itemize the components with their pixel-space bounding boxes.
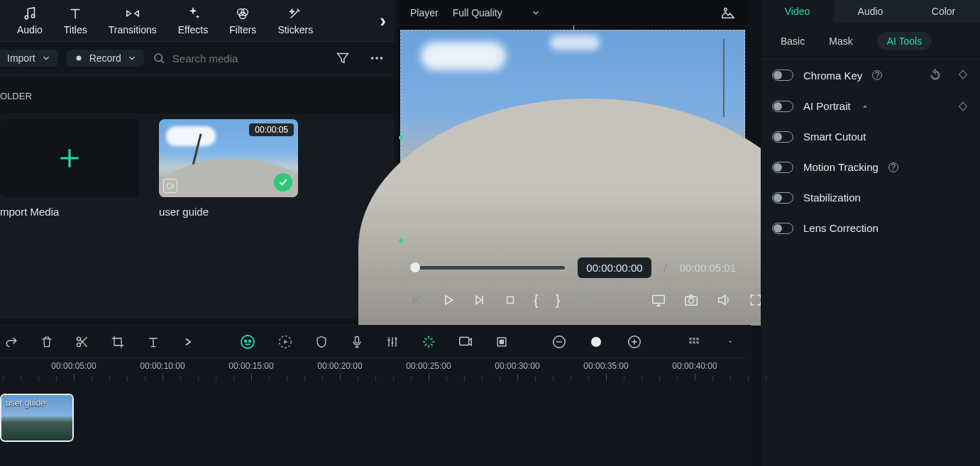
tool-label: Chroma Key — [803, 70, 862, 82]
subtab-ai-tools[interactable]: AI Tools — [877, 32, 932, 50]
help-icon[interactable]: ? — [872, 70, 882, 80]
import-button[interactable]: Import — [0, 50, 58, 67]
play-forward-button[interactable] — [473, 292, 487, 309]
tabs-scroll-right-icon[interactable]: › — [380, 0, 386, 41]
camera-snapshot-button[interactable] — [683, 292, 699, 309]
marker-shield-button[interactable] — [314, 333, 329, 350]
caret-up-icon[interactable] — [861, 102, 869, 111]
record-screen-button[interactable] — [458, 333, 473, 350]
filter-icon[interactable] — [335, 50, 351, 66]
render-button[interactable] — [495, 333, 509, 350]
sparkle-icon — [185, 6, 201, 21]
tab-transitions-label: Transitions — [109, 24, 157, 35]
tab-transitions[interactable]: Transitions — [109, 6, 157, 35]
tool-lens-correction: Lens Correction — [761, 213, 980, 243]
timeline-clip-label: user guide — [6, 398, 45, 408]
quality-dropdown[interactable]: Full Quality — [453, 7, 541, 18]
svg-point-19 — [241, 335, 254, 348]
track-options-button[interactable] — [687, 333, 701, 350]
reset-icon[interactable] — [929, 69, 942, 82]
svg-rect-29 — [689, 338, 691, 340]
clip-tile-user-guide[interactable]: 00:00:05 user guide — [159, 119, 298, 319]
zoom-slider[interactable] — [593, 340, 601, 343]
svg-rect-10 — [167, 184, 172, 188]
more-tools-button[interactable] — [182, 333, 194, 350]
tab-filters[interactable]: Filters — [229, 6, 256, 35]
toggle-stabilization[interactable] — [772, 192, 793, 204]
import-media-tile[interactable]: mport Media — [0, 119, 139, 319]
subtab-mask[interactable]: Mask — [829, 35, 852, 47]
snapshot-icon[interactable] — [720, 5, 736, 21]
crop-button[interactable] — [111, 333, 125, 350]
resize-handle[interactable] — [399, 135, 403, 140]
tab-color[interactable]: Color — [907, 0, 980, 23]
timeline-ruler[interactable]: 00:00:05:0000:00:10:0000:00:15:0000:00:2… — [0, 358, 751, 384]
tab-titles[interactable]: Titles — [64, 6, 87, 35]
speed-button[interactable] — [277, 333, 293, 350]
wand-icon — [287, 6, 303, 21]
timeline-clip-user-guide[interactable]: user guide — [0, 394, 74, 442]
timecode-current[interactable]: 00:00:00:00 — [578, 257, 651, 278]
ruler-label: 00:00:35:00 — [583, 361, 628, 371]
zoom-in-button[interactable] — [627, 333, 642, 350]
display-settings-button[interactable] — [651, 292, 666, 309]
record-button[interactable]: Record — [67, 50, 144, 67]
ruler-label: 00:00:30:00 — [495, 361, 539, 371]
resize-handle[interactable] — [399, 238, 403, 243]
delete-button[interactable] — [40, 333, 54, 350]
svg-point-7 — [371, 57, 374, 60]
svg-rect-26 — [500, 340, 503, 343]
preview-viewport[interactable] — [400, 30, 745, 241]
auto-reframe-button[interactable] — [421, 333, 436, 350]
zoom-out-button[interactable] — [551, 333, 567, 350]
transport-controls: { } — [410, 287, 736, 314]
text-button[interactable] — [146, 333, 160, 350]
toggle-motion-tracking[interactable] — [772, 162, 793, 173]
subtab-basic[interactable]: Basic — [781, 35, 805, 47]
play-button[interactable] — [441, 292, 456, 309]
ai-assist-button[interactable] — [239, 333, 256, 350]
more-horizontal-icon[interactable] — [369, 50, 385, 66]
audio-mixer-button[interactable] — [385, 333, 400, 350]
tab-effects[interactable]: Effects — [178, 6, 209, 35]
tab-stickers[interactable]: Stickers — [277, 6, 313, 35]
ruler-label: 00:00:15:00 — [229, 361, 273, 371]
voiceover-button[interactable] — [350, 333, 364, 350]
svg-rect-23 — [355, 336, 358, 343]
media-category-tabs: Audio Titles Transitions Effects Filters… — [0, 0, 395, 41]
media-bin: mport Media 00:00:05 user guide — [0, 113, 395, 319]
scrub-thumb[interactable] — [410, 262, 420, 272]
toggle-smart-cutout[interactable] — [772, 131, 793, 143]
keyframe-icon[interactable] — [957, 101, 969, 112]
ruler-label: 00:00:25:00 — [406, 361, 451, 371]
toggle-chroma-key[interactable] — [772, 70, 793, 81]
mark-out-button[interactable]: } — [556, 292, 561, 309]
folder-heading: OLDER — [0, 91, 32, 101]
tab-filters-label: Filters — [229, 24, 256, 35]
redo-button[interactable] — [4, 333, 18, 350]
aspect-menu-button[interactable] — [577, 292, 591, 309]
tab-video[interactable]: Video — [761, 0, 834, 23]
keyframe-icon[interactable] — [957, 69, 969, 80]
search-field[interactable] — [153, 52, 326, 65]
stop-button[interactable] — [504, 292, 517, 309]
search-input[interactable] — [172, 52, 300, 65]
aspect-menu-chevron[interactable] — [608, 292, 617, 309]
help-icon[interactable]: ? — [888, 162, 898, 172]
ruler-label: 00:00:10:00 — [140, 361, 185, 371]
volume-button[interactable] — [716, 292, 732, 309]
tool-ai-portrait: AI Portrait — [761, 91, 980, 121]
toggle-ai-portrait[interactable] — [772, 101, 793, 112]
toggle-lens-correction[interactable] — [772, 223, 793, 234]
split-button[interactable] — [75, 333, 89, 350]
scrub-slider[interactable] — [410, 266, 565, 270]
zoom-thumb[interactable] — [591, 337, 601, 347]
mark-in-button[interactable]: { — [534, 292, 539, 309]
quality-value: Full Quality — [453, 7, 502, 18]
prev-frame-button[interactable] — [410, 292, 424, 309]
tab-audio-inspector[interactable]: Audio — [834, 0, 907, 23]
track-options-chevron[interactable] — [727, 333, 734, 350]
chevron-down-icon — [531, 8, 541, 18]
svg-point-5 — [76, 56, 81, 61]
tab-audio[interactable]: Audio — [17, 6, 43, 35]
